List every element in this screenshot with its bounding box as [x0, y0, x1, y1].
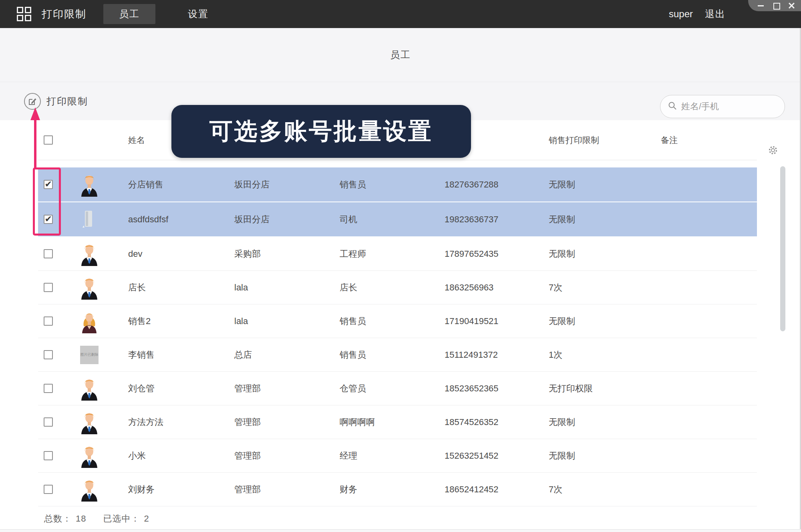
employee-name: 小米: [128, 450, 234, 462]
employee-print-limit: 7次: [549, 282, 661, 294]
employee-name: 刘财务: [128, 484, 234, 496]
tab-settings[interactable]: 设置: [172, 4, 224, 24]
print-limit-label: 打印限制: [46, 95, 88, 108]
employee-department: 采购部: [234, 248, 340, 260]
window-controls: [748, 0, 801, 11]
employee-print-limit: 无限制: [549, 416, 661, 428]
employee-phone: 15263251452: [445, 451, 549, 461]
employee-position: 店长: [340, 282, 445, 294]
table-row[interactable]: 刘财务 管理部 财务 18652412452 7次: [38, 473, 757, 506]
employee-print-limit: 无限制: [549, 179, 661, 191]
employee-print-limit: 无限制: [549, 450, 661, 462]
avatar: 图片已删除: [80, 346, 99, 364]
table-row[interactable]: 销售2 lala 销售员 17190419521 无限制: [38, 304, 757, 338]
employee-name: 刘仓管: [128, 383, 234, 395]
employee-phone: 17897652435: [445, 249, 549, 259]
employee-department: 坂田分店: [234, 214, 340, 226]
avatar: [80, 377, 99, 401]
table-row[interactable]: 方法方法 管理部 啊啊啊啊 18574526352 无限制: [38, 405, 757, 439]
employee-print-limit: 无限制: [549, 214, 661, 226]
page-title: 员工: [390, 48, 411, 61]
row-checkbox[interactable]: [44, 180, 53, 189]
avatar: [80, 410, 99, 434]
avatar: [80, 173, 99, 197]
table-row[interactable]: 小米 管理部 经理 15263251452 无限制: [38, 439, 757, 473]
employee-print-limit: 无打印权限: [549, 383, 661, 395]
app-title: 打印限制: [42, 7, 87, 21]
employee-position: 工程师: [340, 248, 445, 260]
search-icon: [668, 101, 677, 112]
titlebar: 打印限制 员工 设置 super 退出: [0, 0, 801, 28]
annotation-arrow: [34, 119, 36, 168]
table-row[interactable]: 分店销售 坂田分店 销售员 18276367288 无限制: [38, 167, 757, 202]
employee-department: 坂田分店: [234, 179, 340, 191]
employee-phone: 19823636737: [445, 214, 549, 225]
employee-department: lala: [234, 316, 340, 326]
employee-name: 李销售: [128, 349, 234, 361]
employee-position: 销售员: [340, 315, 445, 327]
row-checkbox[interactable]: [44, 451, 53, 460]
table-row[interactable]: 店长 lala 店长 1863256963 7次: [38, 271, 757, 304]
avatar: [80, 444, 99, 468]
total-label: 总数：: [44, 513, 72, 525]
avatar: [80, 309, 99, 333]
current-user: super: [669, 8, 693, 20]
select-all-checkbox[interactable]: [44, 135, 53, 145]
employee-phone: 18276367288: [445, 179, 549, 190]
employee-position: 财务: [340, 484, 445, 496]
row-checkbox[interactable]: [44, 283, 53, 292]
employee-phone: 18574526352: [445, 417, 549, 427]
selected-label: 已选中：: [103, 513, 140, 525]
employee-position: 啊啊啊啊: [340, 416, 445, 428]
employee-name: 分店销售: [128, 179, 234, 191]
minimize-icon[interactable]: [758, 2, 764, 9]
tab-employees[interactable]: 员工: [103, 4, 155, 24]
employee-phone: 18523652365: [445, 383, 549, 394]
app-logo-icon: [17, 7, 31, 21]
avatar: [80, 242, 99, 266]
employee-phone: 18652412452: [445, 484, 549, 495]
employee-position: 仓管员: [340, 383, 445, 395]
row-checkbox[interactable]: [44, 249, 53, 258]
column-header-remark: 备注: [661, 135, 757, 146]
search-box[interactable]: [660, 95, 785, 118]
window-bottom-edge: [0, 529, 801, 532]
row-checkbox[interactable]: [44, 215, 53, 224]
employee-department: 管理部: [234, 416, 340, 428]
employee-position: 司机: [340, 214, 445, 226]
avatar: [80, 276, 99, 300]
table-row[interactable]: dev 采购部 工程师 17897652435 无限制: [38, 237, 757, 271]
employee-department: 管理部: [234, 484, 340, 496]
table-row[interactable]: asdfdsdfsf 坂田分店 司机 19823636737 无限制: [38, 202, 757, 237]
table-row[interactable]: 图片已删除 李销售 总店 销售员 15112491372 1次: [38, 338, 757, 372]
employee-department: 管理部: [234, 383, 340, 395]
row-checkbox[interactable]: [44, 485, 53, 494]
employee-position: 销售员: [340, 179, 445, 191]
row-checkbox[interactable]: [44, 384, 53, 393]
employee-print-limit: 无限制: [549, 315, 661, 327]
column-header-sales-print-limit: 销售打印限制: [549, 135, 661, 146]
selected-count: 2: [144, 514, 149, 524]
row-checkbox[interactable]: [44, 350, 53, 359]
employee-department: 总店: [234, 349, 340, 361]
employee-phone: 15112491372: [445, 350, 549, 360]
row-checkbox[interactable]: [44, 316, 53, 326]
employee-name: 方法方法: [128, 416, 234, 428]
avatar: [80, 478, 99, 502]
table-body: 分店销售 坂田分店 销售员 18276367288 无限制: [38, 167, 757, 506]
employee-print-limit: 7次: [549, 484, 661, 496]
total-count: 18: [76, 514, 86, 524]
avatar: [80, 208, 99, 232]
search-input[interactable]: [681, 101, 773, 112]
employee-print-limit: 无限制: [549, 248, 661, 260]
employee-position: 经理: [340, 450, 445, 462]
callout-tooltip: 可选多账号批量设置: [171, 105, 471, 158]
vertical-scrollbar[interactable]: [780, 166, 785, 331]
logout-button[interactable]: 退出: [705, 8, 726, 20]
table-row[interactable]: 刘仓管 管理部 仓管员 18523652365 无打印权限: [38, 372, 757, 405]
annotation-arrow-head: [30, 107, 40, 120]
maximize-icon[interactable]: [773, 2, 779, 9]
column-settings-gear-icon[interactable]: [768, 145, 778, 155]
row-checkbox[interactable]: [44, 417, 53, 427]
close-icon[interactable]: [788, 2, 795, 9]
